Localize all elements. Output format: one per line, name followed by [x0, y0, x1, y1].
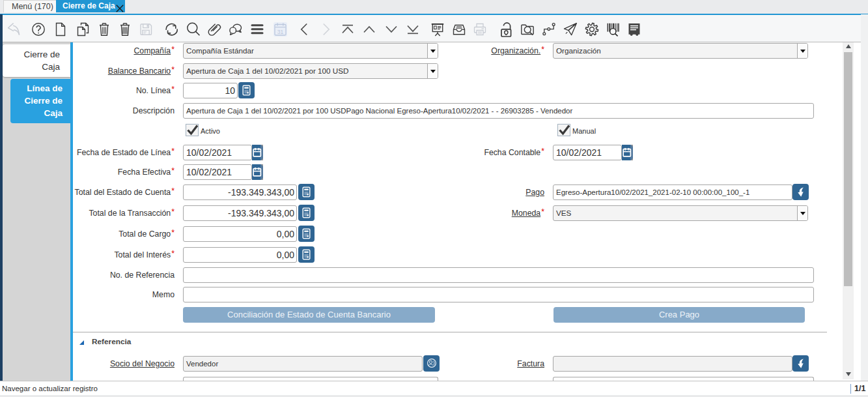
svg-text:31: 31 — [277, 29, 284, 35]
